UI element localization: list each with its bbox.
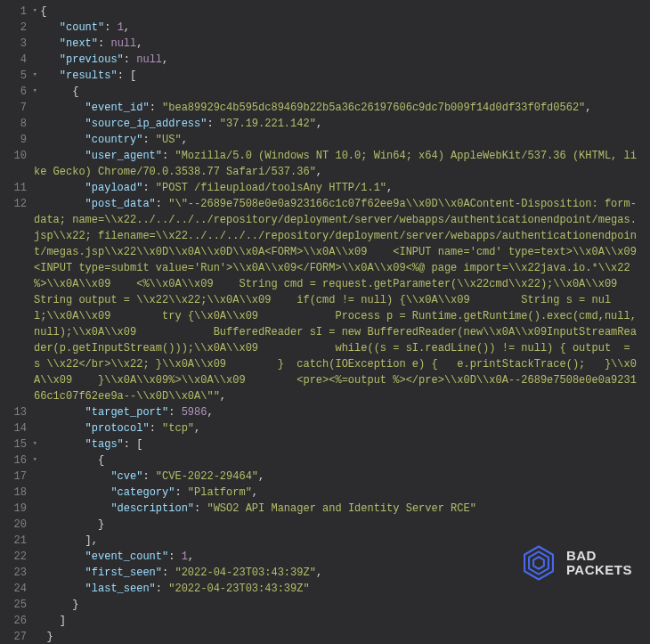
code-line: 2 "count": 1, [0, 20, 650, 36]
token-punct: : [175, 486, 187, 499]
line-number: 9 [0, 132, 34, 148]
code-content: "results": [ [34, 68, 650, 84]
token-key: "user_agent" [85, 150, 162, 162]
code-line: 16▾ { [0, 452, 650, 469]
code-content: "tags": [ [34, 436, 650, 452]
token-key: "event_count" [85, 550, 169, 563]
token-number: 1 [182, 550, 188, 563]
token-punct: , [585, 102, 591, 114]
token-punct: : [142, 470, 155, 483]
code-content: "payload": "POST /fileupload/toolsAny HT… [34, 180, 650, 196]
code-content: "country": "US", [34, 132, 650, 148]
token-key: "tags" [85, 438, 124, 451]
line-number: 17 [0, 469, 34, 485]
code-content: { [34, 452, 650, 469]
line-number: 2 [0, 20, 34, 36]
code-line: 4 "previous": null, [0, 52, 650, 68]
code-line: 5▾ "results": [ [0, 68, 650, 84]
code-content: ] [34, 613, 650, 629]
code-line: 26 ] [0, 613, 650, 629]
token-punct: : [162, 567, 175, 579]
code-content: } [34, 517, 650, 533]
code-line: 3 "next": null, [0, 36, 650, 52]
code-content: "post_data": "\"--2689e7508e0e0a923166c1… [34, 196, 650, 404]
token-punct: , [207, 406, 213, 419]
token-key: "previous" [60, 53, 124, 66]
code-line: 8 "source_ip_address": "37.19.221.142", [0, 116, 650, 132]
code-content: "previous": null, [34, 52, 650, 68]
token-punct: } [46, 631, 53, 643]
line-number: 22 [0, 549, 34, 565]
token-null: null [136, 53, 162, 66]
token-punct: , [258, 470, 264, 483]
token-punct: : [207, 118, 219, 130]
watermark-text-1: BAD [566, 549, 632, 563]
token-punct: : [ [118, 69, 137, 82]
line-number: 27 [0, 629, 34, 644]
line-number: 23 [0, 565, 34, 581]
line-number: 13 [0, 404, 34, 420]
line-number: 5▾ [0, 68, 34, 84]
code-line: 24 "last_seen": "2022-04-23T03:43:39Z" [0, 581, 650, 597]
token-punct: , [194, 422, 200, 435]
token-punct: , [316, 118, 322, 130]
code-line: 11 "payload": "POST /fileupload/toolsAny… [0, 180, 650, 196]
code-line: 7 "event_id": "bea89929c4b595dc89469b22b… [0, 100, 650, 116]
code-content: "count": 1, [34, 20, 650, 36]
svg-marker-2 [533, 557, 544, 568]
code-content: "event_id": "bea89929c4b595dc89469b22b5a… [34, 100, 650, 116]
token-string: "US" [156, 134, 182, 146]
line-number: 12 [0, 196, 34, 212]
token-string: "tcp" [162, 422, 194, 435]
token-key: "source_ip_address" [85, 118, 207, 130]
token-punct: , [188, 550, 194, 563]
token-string: "2022-04-23T03:43:39Z" [175, 567, 315, 579]
token-punct: } [98, 518, 104, 531]
line-number: 26 [0, 613, 34, 629]
line-number: 7 [0, 100, 34, 116]
line-number: 1▾ [0, 4, 34, 20]
code-content: "source_ip_address": "37.19.221.142", [34, 116, 650, 132]
token-key: "country" [85, 134, 143, 146]
code-line: 6▾ { [0, 84, 650, 100]
fold-icon[interactable]: ▾ [33, 69, 37, 82]
code-content: "next": null, [34, 36, 650, 52]
line-number: 18 [0, 485, 34, 501]
token-punct: ], [85, 534, 98, 547]
line-number: 21 [0, 533, 34, 549]
token-punct: , [316, 166, 322, 178]
token-punct: , [136, 37, 142, 50]
token-punct: : [194, 502, 207, 515]
fold-icon[interactable]: ▾ [33, 86, 37, 98]
token-string: "37.19.221.142" [220, 118, 316, 130]
fold-icon[interactable]: ▾ [33, 438, 37, 451]
line-number: 14 [0, 420, 34, 436]
code-line: 15▾ "tags": [ [0, 436, 650, 452]
fold-icon[interactable]: ▾ [33, 5, 37, 18]
token-punct: { [98, 454, 104, 467]
code-content: } [34, 597, 650, 613]
code-content: "last_seen": "2022-04-23T03:43:39Z" [34, 581, 650, 597]
hexagon-icon [520, 544, 557, 582]
line-number: 8 [0, 116, 34, 132]
code-line: 19 "description": "WSO2 API Manager and … [0, 501, 650, 517]
token-punct: : [ [124, 438, 143, 451]
code-content: "cve": "CVE-2022-29464", [34, 469, 650, 485]
code-line: 25 } [0, 597, 650, 613]
token-string: "Platform" [188, 486, 252, 499]
code-line: 20 } [0, 517, 650, 533]
line-number: 6▾ [0, 84, 34, 100]
token-punct: , [162, 53, 168, 66]
svg-marker-1 [529, 551, 548, 574]
watermark-logo: BAD PACKETS [520, 544, 632, 582]
token-punct: : [150, 422, 162, 435]
token-key: "payload" [85, 182, 143, 194]
code-content: "description": "WSO2 API Manager and Ide… [34, 501, 650, 517]
token-punct: { [72, 86, 78, 98]
token-key: "first_seen" [85, 567, 162, 579]
token-punct: : [124, 53, 136, 66]
token-key: "count" [60, 21, 104, 34]
code-content: "protocol": "tcp", [34, 420, 650, 436]
token-string: "2022-04-23T03:43:39Z" [168, 583, 309, 595]
fold-icon[interactable]: ▾ [33, 454, 37, 467]
